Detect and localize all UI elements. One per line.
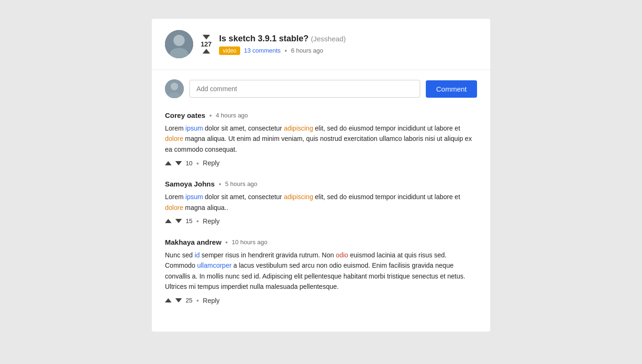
comment-vote-down-icon[interactable] — [175, 298, 182, 302]
comment-vote-count: 10 — [186, 160, 192, 167]
comment-vote-count: 15 — [186, 217, 192, 225]
comments-section: Comment Corey oates ● 4 hours ago Lorem … — [152, 70, 490, 332]
comment-action-dot: ● — [196, 298, 199, 303]
comment-item: Corey oates ● 4 hours ago Lorem ipsum do… — [165, 111, 477, 167]
comment-text-highlight: ipsum — [186, 193, 203, 201]
comment-actions: 10 ● Reply — [165, 159, 477, 167]
post-time-ago: 6 hours ago — [291, 47, 323, 54]
post-vote-down-arrow[interactable] — [203, 35, 210, 39]
comment-text: dolor sit amet, consectetur — [203, 193, 284, 201]
comment-action-dot: ● — [196, 161, 199, 166]
comment-body: Lorem ipsum dolor sit amet, consectetur … — [165, 192, 477, 213]
comment-reply-button[interactable]: Reply — [203, 159, 220, 167]
post-vote-block: 127 — [201, 35, 211, 54]
comment-action-dot: ● — [196, 218, 199, 224]
comment-vote-up-icon[interactable] — [165, 298, 172, 302]
comment-text: Lorem — [165, 193, 186, 201]
post-comments-link[interactable]: 13 comments — [244, 47, 281, 54]
main-card: 127 Is sketch 3.9.1 stable? (Jesshead) v… — [152, 19, 490, 332]
comment-text: semper risus in hendrerit gravida rutrum… — [200, 251, 336, 259]
post-header: 127 Is sketch 3.9.1 stable? (Jesshead) v… — [152, 19, 490, 70]
comment-author-name: Corey oates — [165, 111, 205, 119]
post-title: Is sketch 3.9.1 stable? (Jesshead) — [219, 34, 477, 44]
comment-vote-up-icon[interactable] — [165, 219, 172, 223]
comment-text: Lorem — [165, 124, 186, 132]
comment-author-name: Samoya Johns — [165, 180, 215, 188]
comment-vote-up-icon[interactable] — [165, 161, 172, 165]
post-info: Is sketch 3.9.1 stable? (Jesshead) video… — [219, 34, 477, 55]
post-tag-video: video — [219, 46, 240, 55]
comment-text-highlight: ullamcorper — [197, 262, 231, 269]
comment-reply-button[interactable]: Reply — [203, 297, 220, 304]
comment-text: elit, sed do eiusmod tempor incididunt u… — [313, 193, 460, 201]
comment-item: Samoya Johns ● 5 hours ago Lorem ipsum d… — [165, 180, 477, 225]
comment-author-name: Makhaya andrew — [165, 238, 221, 246]
comment-vote-down-icon[interactable] — [175, 161, 182, 165]
comment-time: 5 hours ago — [225, 180, 258, 187]
comment-reply-button[interactable]: Reply — [203, 217, 220, 225]
comment-submit-button[interactable]: Comment — [426, 80, 477, 98]
post-vote-up-arrow[interactable] — [203, 49, 210, 54]
comment-text: dolor sit amet, consectetur — [203, 124, 284, 132]
comment-text-highlight: id — [195, 251, 200, 259]
comment-author-row: Corey oates ● 4 hours ago — [165, 111, 477, 119]
comment-text-highlight: ipsum — [186, 124, 203, 132]
comment-dot: ● — [225, 240, 228, 245]
post-username: (Jesshead) — [311, 35, 345, 43]
add-comment-input[interactable] — [189, 80, 420, 98]
comment-text-highlight: adipiscing — [284, 193, 313, 201]
comment-vote-count: 25 — [186, 297, 192, 304]
comment-item: Makhaya andrew ● 10 hours ago Nunc sed i… — [165, 238, 477, 304]
comment-author-row: Samoya Johns ● 5 hours ago — [165, 180, 477, 188]
current-user-avatar — [165, 79, 184, 98]
post-vote-count: 127 — [201, 40, 211, 48]
comment-text-highlight: odio — [336, 251, 348, 259]
post-meta-dot: ● — [284, 48, 287, 53]
comment-body: Lorem ipsum dolor sit amet, consectetur … — [165, 123, 477, 155]
comment-text: Nunc sed — [165, 251, 195, 259]
post-meta: video 13 comments ● 6 hours ago — [219, 46, 477, 55]
comment-dot: ● — [219, 181, 221, 186]
comment-text-highlight: dolore — [165, 135, 183, 142]
comment-actions: 25 ● Reply — [165, 297, 477, 304]
comment-time: 10 hours ago — [232, 239, 267, 246]
svg-point-4 — [171, 83, 178, 90]
comment-text-highlight: dolore — [165, 204, 183, 211]
comment-author-row: Makhaya andrew ● 10 hours ago — [165, 238, 477, 246]
comment-text-highlight: adipiscing — [284, 124, 313, 132]
comment-time: 4 hours ago — [216, 112, 248, 119]
comment-dot: ● — [209, 113, 212, 118]
svg-point-1 — [173, 35, 185, 46]
add-comment-row: Comment — [165, 79, 477, 98]
post-title-text: Is sketch 3.9.1 stable? — [219, 34, 308, 43]
comment-text: magna aliqua. Ut enim ad minim veniam, q… — [165, 135, 472, 153]
comment-vote-down-icon[interactable] — [175, 219, 182, 223]
comment-body: Nunc sed id semper risus in hendrerit gr… — [165, 250, 477, 292]
comment-actions: 15 ● Reply — [165, 217, 477, 225]
post-avatar — [165, 30, 193, 58]
comment-text: elit, sed do eiusmod tempor incididunt u… — [313, 124, 460, 132]
comment-text: magna aliqua.. — [183, 204, 228, 211]
